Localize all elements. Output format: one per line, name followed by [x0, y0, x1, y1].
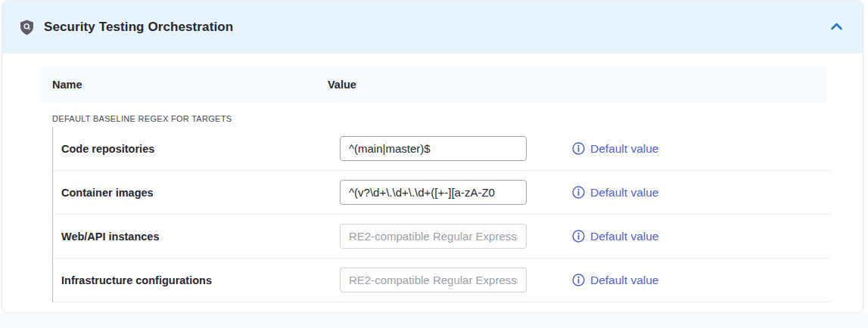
security-testing-orchestration-panel: Security Testing Orchestration Name Valu… — [2, 0, 863, 313]
info-icon[interactable] — [572, 186, 585, 199]
code-repositories-regex-input[interactable] — [340, 136, 527, 161]
regex-rows-group: Code repositories Default value Containe… — [52, 127, 831, 302]
panel-title: Security Testing Orchestration — [44, 20, 233, 35]
table-row: Infrastructure configurations Default va… — [53, 258, 831, 302]
table-row: Web/API instances Default value — [53, 215, 831, 258]
shield-scan-icon — [19, 19, 34, 36]
table-row: Container images Default value — [53, 171, 831, 215]
collapse-section-button[interactable] — [827, 19, 846, 36]
default-value-link[interactable]: Default value — [572, 186, 658, 200]
web-api-instances-regex-input[interactable] — [340, 224, 527, 249]
info-icon[interactable] — [572, 274, 585, 286]
default-value-label: Default value — [590, 186, 658, 200]
default-value-label: Default value — [590, 142, 658, 156]
panel-content: Name Value DEFAULT BASELINE REGEX FOR TA… — [2, 54, 863, 302]
section-label: DEFAULT BASELINE REGEX FOR TARGETS — [41, 103, 863, 127]
default-value-link[interactable]: Default value — [572, 274, 658, 287]
row-label-container-images: Container images — [61, 187, 340, 199]
default-value-link[interactable]: Default value — [572, 142, 658, 156]
row-label-code-repositories: Code repositories — [61, 143, 340, 155]
info-icon[interactable] — [572, 142, 585, 155]
info-icon[interactable] — [572, 230, 585, 243]
row-label-web-api-instances: Web/API instances — [61, 231, 340, 243]
default-value-label: Default value — [590, 274, 658, 287]
column-header-name: Name — [41, 79, 328, 91]
container-images-regex-input[interactable] — [340, 180, 527, 205]
panel-header: Security Testing Orchestration — [2, 1, 863, 54]
default-value-label: Default value — [590, 230, 658, 243]
table-row: Code repositories Default value — [53, 127, 831, 171]
infrastructure-configurations-regex-input[interactable] — [340, 268, 527, 292]
page-background-strip — [0, 314, 868, 328]
row-label-infrastructure-configurations: Infrastructure configurations — [61, 274, 340, 286]
chevron-up-icon — [830, 22, 843, 33]
default-value-link[interactable]: Default value — [572, 230, 658, 243]
table-header-row: Name Value — [41, 67, 826, 103]
column-header-value: Value — [328, 79, 356, 91]
